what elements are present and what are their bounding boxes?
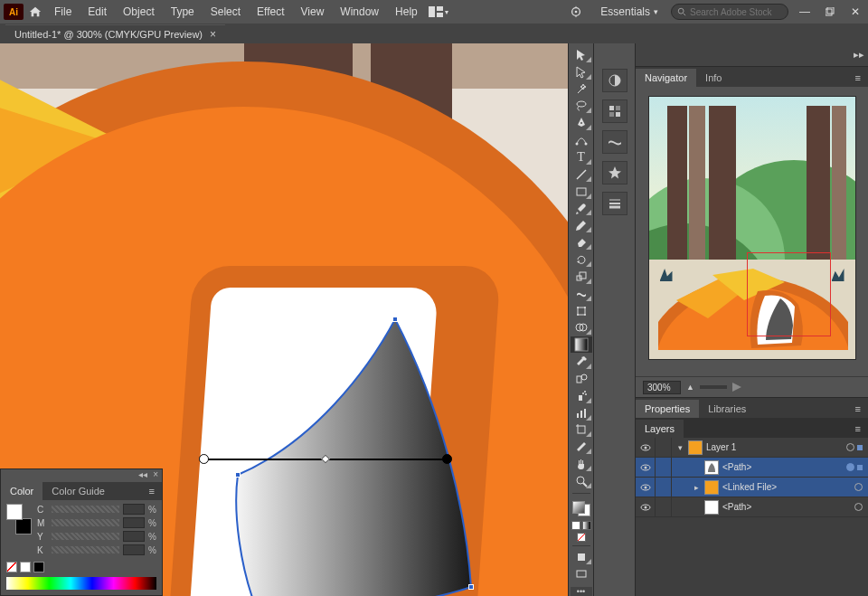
black-swatch[interactable] bbox=[33, 562, 44, 572]
rotate-tool[interactable] bbox=[571, 251, 592, 268]
navigator-zoom-slider[interactable] bbox=[700, 385, 727, 389]
window-minimize-icon[interactable]: — bbox=[796, 3, 814, 21]
search-help-icon[interactable] bbox=[564, 2, 588, 22]
eraser-tool[interactable] bbox=[571, 234, 592, 251]
selection-tool[interactable] bbox=[571, 47, 592, 63]
gradient-start-handle[interactable] bbox=[199, 454, 209, 464]
channel-value[interactable] bbox=[123, 504, 145, 515]
layer-row[interactable]: <Path> bbox=[636, 497, 868, 517]
fill-swatch[interactable] bbox=[572, 501, 585, 514]
panel-menu-icon[interactable]: ≡ bbox=[142, 482, 162, 500]
slider-track[interactable] bbox=[52, 519, 119, 526]
white-swatch[interactable] bbox=[20, 562, 31, 572]
navigator-view-box[interactable] bbox=[747, 252, 831, 336]
color-spectrum[interactable] bbox=[6, 577, 156, 590]
gradient-annotator[interactable] bbox=[203, 454, 448, 465]
panel-icon-color[interactable] bbox=[602, 69, 627, 92]
navigator-zoom-input[interactable] bbox=[643, 381, 681, 394]
visibility-toggle[interactable] bbox=[636, 497, 656, 516]
target-icon[interactable] bbox=[846, 463, 854, 471]
menu-select[interactable]: Select bbox=[203, 2, 248, 22]
layer-name[interactable]: Layer 1 bbox=[706, 442, 736, 452]
column-graph-tool[interactable] bbox=[571, 405, 592, 421]
gradient-midpoint-handle[interactable] bbox=[321, 455, 330, 464]
window-close-icon[interactable]: ✕ bbox=[846, 3, 864, 21]
layer-name[interactable]: <Path> bbox=[722, 462, 751, 472]
channel-value[interactable] bbox=[123, 531, 145, 542]
layer-row[interactable]: ▾ Layer 1 bbox=[636, 438, 868, 458]
panel-menu-icon[interactable]: ≡ bbox=[848, 420, 868, 438]
magic-wand-tool[interactable] bbox=[571, 81, 592, 98]
target-icon[interactable] bbox=[854, 503, 863, 511]
channel-value[interactable] bbox=[123, 517, 145, 528]
fill-swatch[interactable] bbox=[6, 504, 23, 520]
stock-search[interactable] bbox=[671, 4, 788, 20]
zoom-tool[interactable] bbox=[571, 473, 592, 489]
panel-menu-icon[interactable]: ≡ bbox=[848, 400, 868, 418]
stock-search-input[interactable] bbox=[690, 7, 782, 17]
line-segment-tool[interactable] bbox=[571, 166, 592, 183]
target-icon[interactable] bbox=[854, 483, 863, 491]
lasso-tool[interactable] bbox=[571, 99, 592, 115]
zoom-in-icon[interactable] bbox=[732, 383, 741, 392]
layer-row[interactable]: <Path> bbox=[636, 458, 868, 478]
menu-effect[interactable]: Effect bbox=[250, 2, 291, 22]
curvature-tool[interactable] bbox=[571, 132, 592, 148]
shaper-tool[interactable] bbox=[571, 217, 592, 233]
menu-view[interactable]: View bbox=[294, 2, 332, 22]
visibility-toggle[interactable] bbox=[636, 458, 656, 477]
menu-edit[interactable]: Edit bbox=[80, 2, 114, 22]
menu-window[interactable]: Window bbox=[333, 2, 386, 22]
visibility-toggle[interactable] bbox=[636, 478, 656, 497]
lock-toggle[interactable] bbox=[656, 478, 672, 497]
panel-icon-brushes[interactable] bbox=[602, 130, 627, 154]
direct-selection-tool[interactable] bbox=[571, 64, 592, 80]
color-mode-solid[interactable] bbox=[571, 521, 580, 530]
layer-row[interactable]: ▸ <Linked File> bbox=[636, 478, 868, 497]
arrange-documents-icon[interactable]: ▾ bbox=[427, 2, 450, 22]
slice-tool[interactable] bbox=[571, 439, 592, 455]
panel-menu-icon[interactable]: ≡ bbox=[848, 69, 868, 87]
workspace-switcher[interactable]: Essentials ▾ bbox=[595, 4, 664, 20]
tab-navigator[interactable]: Navigator bbox=[636, 69, 696, 87]
tab-layers[interactable]: Layers bbox=[636, 420, 684, 438]
zoom-out-icon[interactable]: ▲ bbox=[686, 383, 694, 392]
free-transform-tool[interactable] bbox=[571, 303, 592, 319]
panel-icon-stroke[interactable] bbox=[602, 192, 627, 215]
document-tab[interactable]: Untitled-1* @ 300% (CMYK/GPU Preview) × bbox=[5, 24, 225, 43]
close-tab-icon[interactable]: × bbox=[210, 28, 216, 41]
menu-object[interactable]: Object bbox=[116, 2, 162, 22]
draw-mode-normal[interactable] bbox=[571, 549, 592, 565]
layer-name[interactable]: <Path> bbox=[722, 502, 751, 512]
hand-tool[interactable] bbox=[571, 456, 592, 472]
disclosure-triangle[interactable]: ▾ bbox=[675, 443, 684, 452]
slider-track[interactable] bbox=[52, 506, 119, 513]
menu-type[interactable]: Type bbox=[164, 2, 202, 22]
gradient-end-handle[interactable] bbox=[442, 454, 452, 464]
tab-info[interactable]: Info bbox=[696, 69, 731, 87]
edit-toolbar[interactable]: ••• bbox=[571, 587, 592, 596]
gradient-tool[interactable] bbox=[571, 336, 592, 353]
slider-track[interactable] bbox=[52, 533, 119, 540]
layer-name[interactable]: <Linked File> bbox=[722, 482, 777, 492]
target-icon[interactable] bbox=[846, 443, 854, 451]
paintbrush-tool[interactable] bbox=[571, 201, 592, 217]
tab-color-guide[interactable]: Color Guide bbox=[42, 482, 114, 500]
color-mode-gradient[interactable] bbox=[582, 521, 591, 530]
none-swatch[interactable] bbox=[6, 562, 17, 572]
tab-properties[interactable]: Properties bbox=[636, 400, 699, 418]
channel-value[interactable] bbox=[123, 544, 145, 555]
anchor-point[interactable] bbox=[468, 584, 474, 590]
home-icon[interactable] bbox=[25, 2, 45, 22]
width-tool[interactable] bbox=[571, 286, 592, 302]
navigator-proxy-view[interactable] bbox=[648, 96, 856, 360]
pen-tool[interactable] bbox=[571, 115, 592, 131]
panel-close-icon[interactable]: × bbox=[153, 469, 158, 482]
blend-tool[interactable] bbox=[571, 371, 592, 387]
screen-mode[interactable] bbox=[571, 566, 592, 582]
panel-icon-swatches[interactable] bbox=[602, 99, 627, 123]
anchor-point[interactable] bbox=[235, 472, 241, 478]
menu-file[interactable]: File bbox=[47, 2, 79, 22]
lock-toggle[interactable] bbox=[656, 497, 672, 516]
menu-help[interactable]: Help bbox=[388, 2, 425, 22]
